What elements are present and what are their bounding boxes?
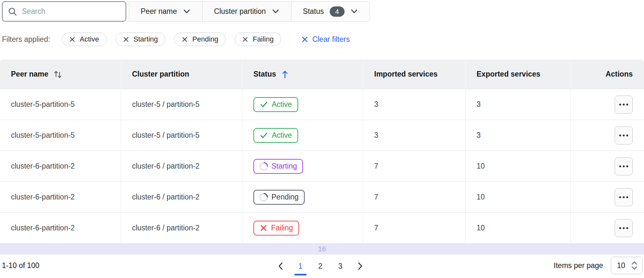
status-badge-active: Active	[253, 128, 298, 143]
search-icon	[8, 7, 17, 16]
remove-filter-icon[interactable]	[242, 36, 248, 42]
status-badge-active: Active	[253, 97, 298, 112]
column-header-peer-name[interactable]: Peer name	[0, 60, 121, 89]
column-header-label: Status	[253, 70, 276, 79]
status-filter-count-badge: 4	[330, 6, 345, 17]
items-per-page-value: 10	[617, 261, 625, 270]
column-header-label: Cluster partition	[132, 70, 189, 79]
imported-services-cell: 7	[363, 182, 466, 212]
table-row: cluster-6-partition-2 cluster-6 / partit…	[0, 151, 644, 182]
status-cell: Starting	[242, 151, 363, 181]
peers-table: Peer name Cluster partition Status Impor…	[0, 60, 644, 244]
status-badge-pending: Pending	[253, 190, 305, 205]
previous-page-button[interactable]	[273, 256, 288, 276]
imported-services-cell: 3	[363, 120, 466, 151]
row-actions-menu-button[interactable]	[615, 126, 633, 144]
filter-toolbar: Peer name Cluster partition Status 4	[2, 1, 370, 22]
column-header-status[interactable]: Status	[242, 60, 363, 89]
filters-applied-label: Filters applied:	[2, 35, 50, 44]
page-button-1[interactable]: 1	[293, 256, 308, 276]
status-badge-failing: Failing	[253, 221, 299, 236]
column-header-actions: Actions	[571, 60, 644, 89]
row-actions-menu-button[interactable]	[615, 157, 633, 175]
status-cell: Pending	[242, 182, 363, 212]
stepper-icon	[630, 260, 638, 271]
filter-chip-label: Failing	[253, 35, 274, 43]
clear-filters-icon	[301, 36, 308, 43]
remove-filter-icon[interactable]	[123, 36, 129, 42]
status-label: Failing	[271, 224, 293, 232]
table-row: cluster-5-partition-5 cluster-5 / partit…	[0, 89, 644, 120]
ellipsis-icon	[619, 134, 621, 136]
remove-filter-icon[interactable]	[69, 36, 75, 42]
peer-name-cell: cluster-5-partition-5	[0, 89, 121, 120]
imported-services-cell: 7	[363, 213, 466, 243]
actions-cell	[571, 120, 644, 151]
row-actions-menu-button[interactable]	[615, 188, 633, 206]
next-page-button[interactable]	[353, 256, 367, 276]
filter-chip-label: Pending	[192, 35, 218, 43]
page-button-2[interactable]: 2	[313, 256, 327, 276]
table-scroll-indicator: 16	[0, 244, 644, 255]
ellipsis-icon	[619, 227, 621, 229]
chevron-down-icon	[272, 9, 279, 14]
filter-chip-starting[interactable]: Starting	[116, 32, 166, 46]
spinner-icon	[258, 160, 270, 172]
column-header-label: Actions	[606, 70, 633, 79]
cluster-partition-cell: cluster-5 / partition-5	[121, 120, 242, 151]
peer-name-cell: cluster-6-partition-2	[0, 182, 121, 212]
clear-filters-button[interactable]: Clear filters	[301, 35, 350, 44]
cluster-partition-cell: cluster-6 / partition-2	[121, 151, 242, 181]
sort-both-icon[interactable]	[53, 70, 62, 79]
status-label: Starting	[271, 162, 297, 171]
spinner-icon	[258, 191, 270, 203]
pagination-controls: 1 2 3	[270, 256, 370, 276]
filter-chip-failing[interactable]: Failing	[235, 32, 281, 46]
column-header-label: Peer name	[11, 70, 48, 79]
cluster-partition-cell: cluster-6 / partition-2	[121, 182, 242, 212]
filter-chip-label: Active	[80, 35, 99, 43]
search-box[interactable]	[2, 1, 126, 22]
scroll-indicator-label: 16	[318, 245, 326, 253]
status-filter-dropdown[interactable]: Status 4	[291, 1, 370, 22]
sort-ascending-icon[interactable]	[281, 70, 289, 79]
chevron-down-icon	[350, 9, 358, 14]
clear-filters-label: Clear filters	[312, 35, 350, 44]
remove-filter-icon[interactable]	[182, 36, 188, 42]
status-label: Active	[272, 131, 292, 140]
imported-services-cell: 7	[363, 151, 466, 181]
table-row: cluster-6-partition-2 cluster-6 / partit…	[0, 182, 644, 213]
actions-cell	[571, 182, 644, 212]
table-header-row: Peer name Cluster partition Status Impor…	[0, 60, 644, 89]
actions-cell	[571, 213, 644, 243]
search-input[interactable]	[22, 7, 120, 16]
table-row: cluster-5-partition-5 cluster-5 / partit…	[0, 120, 644, 151]
exported-services-cell: 10	[466, 213, 571, 243]
row-actions-menu-button[interactable]	[615, 219, 633, 237]
column-header-imported-services: Imported services	[363, 60, 466, 89]
row-actions-menu-button[interactable]	[615, 96, 633, 114]
filter-chip-active[interactable]: Active	[62, 32, 107, 46]
status-cell: Active	[242, 89, 363, 120]
chevron-down-icon	[183, 9, 191, 14]
peer-name-filter-label: Peer name	[141, 7, 177, 16]
cluster-partition-cell: cluster-6 / partition-2	[121, 213, 242, 243]
filter-chip-label: Starting	[134, 35, 158, 43]
exported-services-cell: 3	[466, 89, 571, 120]
check-icon	[260, 100, 268, 109]
filter-chip-pending[interactable]: Pending	[174, 32, 226, 46]
status-filter-label: Status	[303, 7, 324, 16]
pagination-range-label: 1-10 of 100	[2, 261, 39, 270]
exported-services-cell: 3	[466, 120, 571, 151]
cluster-partition-cell: cluster-5 / partition-5	[121, 89, 242, 120]
page-button-3[interactable]: 3	[333, 256, 347, 276]
peer-name-filter-dropdown[interactable]: Peer name	[129, 1, 202, 22]
items-per-page-select[interactable]: 10	[611, 257, 642, 274]
table-row: cluster-6-partition-2 cluster-6 / partit…	[0, 213, 644, 244]
exported-services-cell: 10	[466, 151, 571, 181]
column-header-cluster-partition[interactable]: Cluster partition	[121, 60, 242, 89]
cluster-partition-filter-dropdown[interactable]: Cluster partition	[202, 1, 291, 22]
peer-name-cell: cluster-5-partition-5	[0, 120, 121, 151]
imported-services-cell: 3	[363, 89, 466, 120]
items-per-page-label: Items per page	[554, 261, 603, 270]
